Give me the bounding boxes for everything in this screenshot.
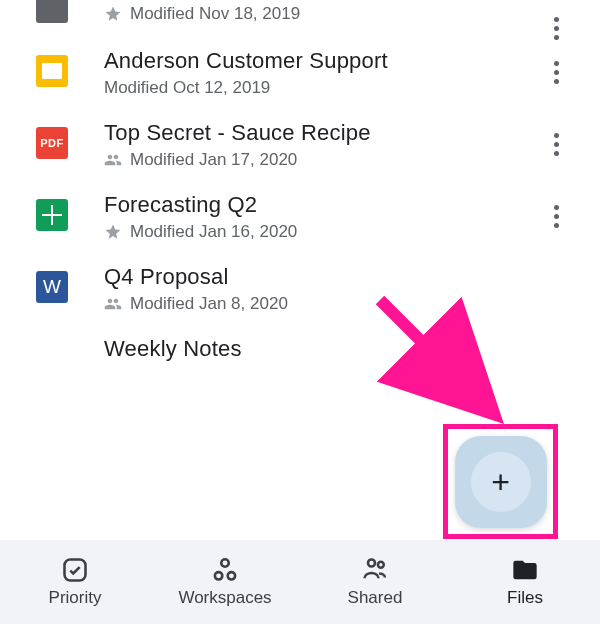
sheets-icon: [36, 196, 68, 234]
file-list: Modified Nov 18, 2019 Anderson Customer …: [0, 0, 600, 378]
file-subtitle: Modified Jan 8, 2020: [104, 294, 548, 314]
new-file-fab[interactable]: +: [455, 436, 547, 528]
shared-nav-icon: [359, 556, 391, 584]
svg-point-2: [221, 559, 228, 566]
svg-point-4: [228, 572, 235, 579]
file-row[interactable]: Forecasting Q2 Modified Jan 16, 2020: [0, 188, 600, 260]
shared-icon: [104, 151, 122, 169]
file-title: Top Secret - Sauce Recipe: [104, 120, 548, 146]
file-subtitle: Modified Nov 18, 2019: [104, 4, 548, 24]
plus-icon: +: [471, 452, 531, 512]
file-type-icon: [36, 0, 68, 26]
file-title: Anderson Customer Support: [104, 48, 548, 74]
annotation-highlight: +: [443, 424, 558, 539]
more-actions-button[interactable]: [542, 202, 570, 230]
file-row[interactable]: W Q4 Proposal Modified Jan 8, 2020: [0, 260, 600, 332]
more-actions-button[interactable]: [542, 130, 570, 158]
file-subtitle: Modified Jan 16, 2020: [104, 222, 548, 242]
pdf-icon: PDF: [36, 124, 68, 162]
more-actions-button[interactable]: [542, 14, 570, 42]
nav-files[interactable]: Files: [450, 540, 600, 624]
star-icon: [104, 223, 122, 241]
star-icon: [104, 5, 122, 23]
file-subtitle: Modified Oct 12, 2019: [104, 78, 548, 98]
more-actions-button[interactable]: [542, 58, 570, 86]
nav-label: Workspaces: [178, 588, 271, 608]
file-title: Weekly Notes: [104, 336, 548, 362]
file-row[interactable]: Weekly Notes: [0, 332, 600, 378]
shared-icon: [104, 295, 122, 313]
nav-workspaces[interactable]: Workspaces: [150, 540, 300, 624]
nav-label: Files: [507, 588, 543, 608]
slides-icon: [36, 52, 68, 90]
nav-label: Priority: [49, 588, 102, 608]
priority-icon: [59, 556, 91, 584]
file-row[interactable]: Modified Nov 18, 2019: [0, 0, 600, 44]
nav-label: Shared: [348, 588, 403, 608]
file-subtitle: Modified Jan 17, 2020: [104, 150, 548, 170]
folder-icon: [509, 556, 541, 584]
word-icon: W: [36, 268, 68, 306]
file-row[interactable]: Anderson Customer Support Modified Oct 1…: [0, 44, 600, 116]
nav-shared[interactable]: Shared: [300, 540, 450, 624]
file-row[interactable]: PDF Top Secret - Sauce Recipe Modified J…: [0, 116, 600, 188]
svg-point-3: [215, 572, 222, 579]
nav-priority[interactable]: Priority: [0, 540, 150, 624]
file-title: Q4 Proposal: [104, 264, 548, 290]
bottom-nav: Priority Workspaces Shared Files: [0, 540, 600, 624]
file-title: Forecasting Q2: [104, 192, 548, 218]
workspaces-icon: [209, 556, 241, 584]
